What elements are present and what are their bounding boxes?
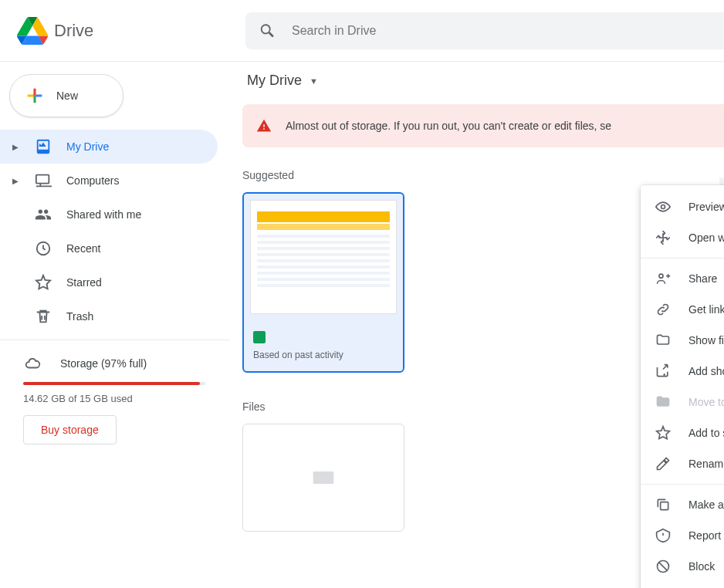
menu-block[interactable]: Block: [641, 551, 724, 582]
search-input[interactable]: [292, 24, 724, 38]
svg-rect-2: [313, 471, 334, 484]
card-thumbnail: [250, 200, 397, 314]
chevron-right-icon: ▶: [11, 143, 20, 151]
menu-open-with[interactable]: Open with ›: [641, 222, 724, 253]
warning-icon: [256, 118, 272, 133]
menu-label: Show file location: [688, 334, 724, 346]
logo[interactable]: Drive: [17, 17, 245, 45]
storage-used-text: 14.62 GB of 15 GB used: [23, 393, 215, 404]
menu-download[interactable]: Download: [641, 582, 724, 588]
menu-move-to: Move to: [641, 387, 724, 417]
drive-logo-icon: [17, 17, 48, 45]
sidebar: New ▶ My Drive ▶ Computers Shared with m…: [0, 62, 230, 588]
sidebar-item-label: My Drive: [66, 140, 109, 153]
svg-point-4: [659, 274, 663, 278]
sidebar-item-starred[interactable]: Starred: [0, 265, 218, 299]
sidebar-item-my-drive[interactable]: ▶ My Drive: [0, 130, 218, 164]
sidebar-item-label: Shared with me: [66, 208, 141, 221]
app-name: Drive: [54, 21, 93, 41]
storage-bar: [23, 382, 205, 385]
storage-label[interactable]: Storage (97% full): [60, 357, 147, 370]
search-icon: [259, 22, 276, 39]
breadcrumb[interactable]: My Drive ▼: [242, 73, 724, 89]
menu-label: Move to: [688, 396, 724, 408]
eye-icon: [655, 198, 672, 215]
chevron-down-icon: ▼: [310, 76, 318, 86]
sidebar-item-recent[interactable]: Recent: [0, 231, 218, 265]
shortcut-icon: [655, 363, 672, 380]
buy-storage-button[interactable]: Buy storage: [23, 415, 117, 444]
menu-add-starred[interactable]: Add to starred: [641, 417, 724, 448]
sidebar-item-label: Recent: [66, 242, 100, 255]
suggested-title: Suggested: [242, 169, 724, 181]
block-icon: [655, 558, 672, 575]
copy-icon: [655, 496, 672, 513]
menu-label: Share: [688, 272, 724, 285]
menu-get-link[interactable]: Get link: [641, 294, 724, 325]
menu-label: Add to starred: [688, 427, 724, 439]
sidebar-item-label: Trash: [66, 310, 93, 323]
folder-icon: [655, 332, 672, 349]
report-icon: [655, 527, 672, 544]
shared-icon: [34, 205, 52, 224]
star-icon: [655, 424, 672, 441]
rename-icon: [655, 455, 672, 472]
link-icon: [655, 301, 672, 318]
file-card[interactable]: [242, 424, 404, 532]
chevron-right-icon: ▶: [11, 177, 20, 185]
sidebar-item-trash[interactable]: Trash: [0, 299, 218, 333]
context-menu: Preview Open with › Share Get link Show …: [641, 185, 724, 588]
sidebar-item-shared[interactable]: Shared with me: [0, 198, 218, 231]
menu-label: Block: [688, 560, 724, 573]
file-placeholder-icon: [308, 465, 339, 490]
storage-section: Storage (97% full) 14.62 GB of 15 GB use…: [0, 346, 230, 444]
recent-icon: [34, 239, 52, 258]
storage-fill: [23, 382, 200, 385]
menu-report-abuse[interactable]: Report abuse: [641, 520, 724, 551]
trash-icon: [34, 307, 52, 326]
menu-show-location[interactable]: Show file location: [641, 325, 724, 356]
card-subtitle: Based on past activity: [253, 350, 394, 360]
share-icon: [655, 270, 672, 287]
my-drive-icon: [34, 137, 52, 156]
header: Drive: [0, 0, 724, 62]
menu-label: Add shortcut to Drive: [688, 365, 724, 377]
menu-rename[interactable]: Rename: [641, 448, 724, 479]
breadcrumb-label: My Drive: [247, 73, 302, 89]
banner-text: Almost out of storage. If you run out, y…: [286, 120, 611, 132]
computers-icon: [34, 171, 52, 190]
menu-label: Open with: [688, 231, 724, 244]
new-button-label: New: [56, 90, 78, 102]
sidebar-item-computers[interactable]: ▶ Computers: [0, 164, 218, 198]
main-content: My Drive ▼ Almost out of storage. If you…: [230, 62, 724, 588]
sidebar-item-label: Starred: [66, 276, 102, 289]
menu-preview[interactable]: Preview: [641, 191, 724, 222]
menu-label: Get link: [688, 303, 724, 316]
open-with-icon: [655, 229, 672, 246]
svg-rect-5: [661, 502, 668, 510]
menu-share[interactable]: Share: [641, 263, 724, 294]
search-bar[interactable]: [245, 12, 724, 49]
menu-label: Report abuse: [688, 529, 724, 542]
suggested-card[interactable]: Based on past activity: [242, 192, 404, 373]
sheets-icon: [253, 331, 266, 343]
menu-make-copy[interactable]: Make a copy: [641, 489, 724, 520]
menu-label: Preview: [688, 201, 724, 213]
new-button[interactable]: New: [9, 74, 123, 117]
storage-warning-banner: Almost out of storage. If you run out, y…: [242, 104, 724, 147]
moveto-icon: [655, 394, 672, 411]
menu-label: Rename: [688, 458, 724, 470]
menu-label: Make a copy: [688, 498, 724, 511]
cloud-icon: [23, 354, 42, 373]
svg-point-3: [661, 205, 665, 209]
svg-rect-0: [36, 175, 49, 184]
plus-icon: [24, 85, 46, 106]
star-icon: [34, 273, 52, 292]
sidebar-item-label: Computers: [66, 174, 119, 187]
menu-add-shortcut[interactable]: Add shortcut to Drive: [641, 356, 724, 387]
